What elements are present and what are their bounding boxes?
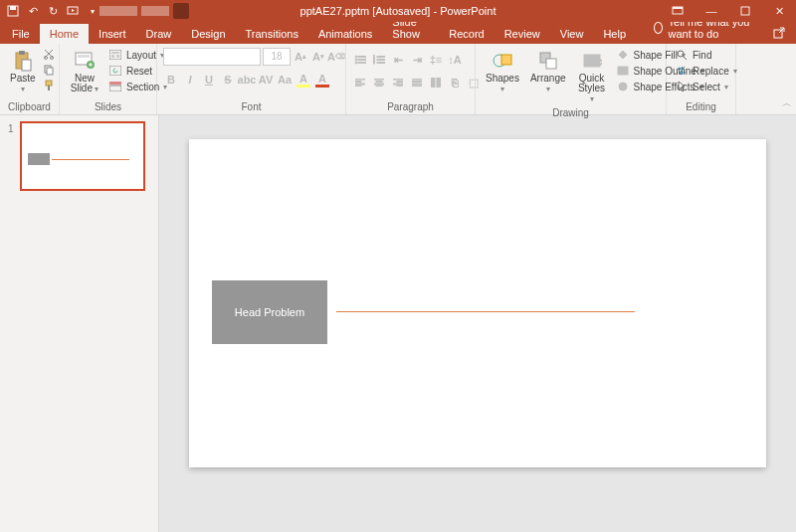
quick-styles-icon: Abc — [580, 50, 604, 72]
select-icon — [675, 81, 689, 92]
decrease-font-icon[interactable]: A▾ — [310, 49, 326, 65]
tab-animations[interactable]: Animations — [308, 24, 382, 44]
font-color-icon[interactable]: A — [314, 72, 330, 88]
paste-button[interactable]: Paste — [6, 48, 40, 95]
share-icon — [772, 26, 786, 40]
replace-icon — [675, 65, 689, 77]
svg-rect-51 — [412, 82, 422, 83]
tab-view[interactable]: View — [550, 24, 594, 44]
numbering-icon[interactable]: 123 — [371, 52, 387, 68]
svg-rect-23 — [109, 66, 121, 76]
align-left-icon[interactable] — [352, 75, 368, 90]
thumb-shape-line — [52, 159, 129, 160]
svg-rect-52 — [412, 84, 422, 85]
save-icon[interactable] — [6, 4, 20, 18]
shapes-icon — [491, 50, 514, 72]
new-slide-button[interactable]: New Slide — [66, 48, 103, 95]
copy-icon[interactable] — [43, 64, 55, 78]
cut-icon[interactable] — [43, 48, 55, 62]
slide-thumbnail[interactable]: 1 — [8, 121, 150, 191]
tab-transitions[interactable]: Transitions — [236, 24, 308, 44]
svg-rect-33 — [377, 57, 385, 58]
svg-rect-57 — [501, 55, 511, 65]
font-size-input[interactable]: 18 — [263, 48, 291, 66]
share-button[interactable] — [762, 22, 796, 44]
line-spacing-icon[interactable]: ‡≡ — [428, 52, 444, 68]
strikethrough-icon[interactable]: S — [220, 72, 236, 88]
reset-icon — [108, 65, 122, 77]
redo-icon[interactable]: ↻ — [46, 4, 60, 18]
align-text-icon[interactable]: ⎘ — [447, 75, 463, 90]
shape-fill-icon — [616, 49, 630, 61]
tab-home[interactable]: Home — [40, 24, 89, 44]
replace-button[interactable]: Replace — [673, 64, 739, 78]
slide-title-box[interactable]: Head Problem — [212, 280, 327, 344]
tab-record[interactable]: Record — [439, 24, 494, 44]
group-clipboard: Paste Clipboard — [0, 44, 60, 114]
svg-rect-50 — [412, 79, 422, 80]
clear-formatting-icon[interactable]: A⌫ — [328, 49, 344, 65]
italic-icon[interactable]: I — [182, 72, 198, 88]
text-shadow-icon[interactable]: abc — [239, 72, 255, 88]
lightbulb-icon — [654, 22, 663, 34]
minimize-button[interactable]: — — [695, 0, 728, 22]
ribbon-display-icon[interactable] — [661, 0, 695, 22]
qat-customize-icon[interactable]: ▾ — [86, 4, 100, 18]
group-drawing: Shapes Arrange Abc Quick Styles Shape Fi… — [476, 44, 667, 114]
text-direction-icon[interactable]: ↕A — [447, 52, 463, 68]
new-slide-icon — [73, 50, 97, 72]
undo-icon[interactable]: ↶ — [26, 4, 40, 18]
svg-point-11 — [50, 57, 53, 60]
svg-rect-17 — [78, 55, 90, 58]
svg-rect-20 — [111, 52, 119, 54]
avatar[interactable] — [173, 3, 189, 19]
slide-canvas[interactable]: Head Problem — [189, 139, 766, 467]
start-from-beginning-icon[interactable] — [66, 4, 80, 18]
tab-design[interactable]: Design — [181, 24, 235, 44]
tab-help[interactable]: Help — [593, 24, 636, 44]
svg-rect-19 — [109, 50, 121, 60]
tab-insert[interactable]: Insert — [89, 24, 136, 44]
tab-file[interactable]: File — [2, 24, 40, 44]
underline-icon[interactable]: U — [201, 72, 217, 88]
tab-draw[interactable]: Draw — [136, 24, 182, 44]
find-button[interactable]: Find — [673, 48, 739, 62]
select-button[interactable]: Select — [673, 80, 739, 93]
character-spacing-icon[interactable]: AV — [258, 72, 274, 88]
align-center-icon[interactable] — [371, 75, 387, 90]
svg-rect-42 — [374, 79, 384, 80]
bullets-icon[interactable] — [352, 52, 368, 68]
arrange-button[interactable]: Arrange — [526, 48, 570, 95]
account-area[interactable] — [100, 3, 189, 19]
group-slides: New Slide Layout Reset Section Slides — [60, 44, 157, 114]
svg-text:Abc: Abc — [587, 57, 602, 67]
maximize-button[interactable] — [728, 0, 762, 22]
svg-rect-46 — [393, 79, 403, 80]
bold-icon[interactable]: B — [163, 72, 179, 88]
font-highlight-icon[interactable]: A — [296, 72, 311, 88]
group-label-editing: Editing — [673, 99, 729, 112]
svg-point-10 — [44, 57, 47, 60]
svg-point-63 — [619, 83, 627, 90]
decrease-indent-icon[interactable]: ⇤ — [390, 52, 406, 68]
group-editing: Find Replace Select Editing — [667, 44, 736, 114]
svg-rect-22 — [116, 55, 119, 58]
svg-rect-47 — [397, 82, 403, 83]
title-bar: ↶ ↻ ▾ pptAE27.pptm [Autosaved] - PowerPo… — [0, 0, 796, 22]
collapse-ribbon-icon[interactable]: ︿ — [782, 96, 792, 110]
close-button[interactable]: ✕ — [762, 0, 796, 22]
change-case-icon[interactable]: Aa — [277, 72, 293, 88]
align-right-icon[interactable] — [390, 75, 406, 90]
justify-icon[interactable] — [409, 75, 425, 90]
increase-indent-icon[interactable]: ⇥ — [409, 52, 425, 68]
font-name-input[interactable] — [163, 48, 261, 66]
tab-review[interactable]: Review — [495, 24, 550, 44]
thumbnail-preview[interactable] — [20, 121, 145, 191]
svg-rect-9 — [22, 60, 31, 71]
format-painter-icon[interactable] — [43, 80, 55, 93]
shapes-button[interactable]: Shapes — [482, 48, 523, 95]
slide-divider-line[interactable] — [336, 311, 635, 312]
increase-font-icon[interactable]: A▴ — [293, 49, 308, 65]
quick-styles-button[interactable]: Abc Quick Styles — [573, 48, 611, 105]
columns-icon[interactable] — [428, 75, 444, 90]
